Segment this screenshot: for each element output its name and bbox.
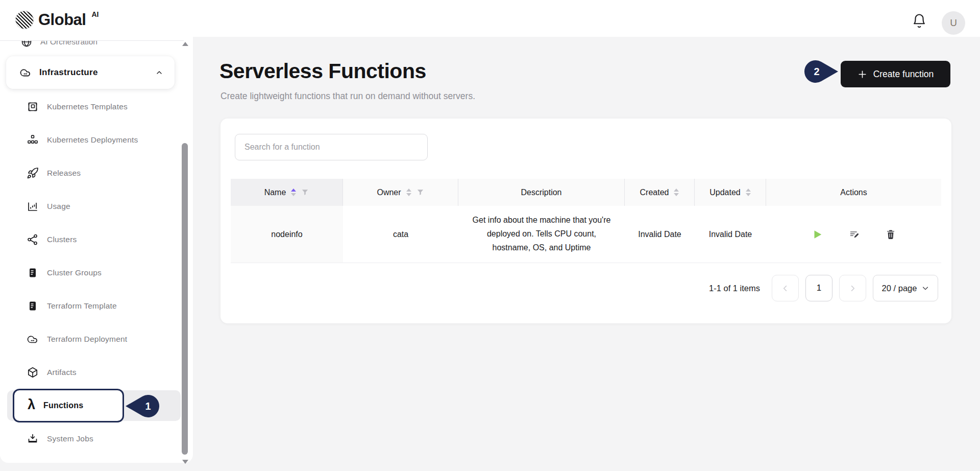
sort-carets [674, 189, 679, 196]
sidebar-item-label: Releases [47, 169, 81, 178]
sidebar-item-artifacts[interactable]: Artifacts [0, 356, 179, 389]
sort-ascending-icon[interactable] [674, 189, 679, 192]
create-function-label: Create function [873, 69, 934, 80]
page-number: 1 [817, 283, 821, 293]
sidebar-item-label: Cluster Groups [47, 268, 102, 277]
column-header-label: Updated [709, 188, 741, 197]
sort-descending-icon[interactable] [406, 193, 411, 196]
page-size-select[interactable]: 20 / page [873, 275, 938, 301]
sort-ascending-icon[interactable] [746, 189, 751, 192]
cell-actions [766, 206, 941, 263]
cell-description: Get info about the machine that you're d… [458, 206, 625, 263]
sidebar-item-kubernetes-templates[interactable]: Kubernetes Templates [0, 90, 179, 123]
brand-logo-icon [15, 11, 34, 29]
avatar-initial: U [950, 17, 957, 29]
previous-page-button[interactable] [772, 275, 799, 301]
sort-carets [291, 189, 296, 196]
rocket-icon [27, 167, 39, 179]
column-header-label: Name [264, 188, 286, 197]
document-icon [27, 300, 39, 312]
lambda-icon: λ [28, 398, 35, 412]
search-input[interactable] [235, 134, 428, 160]
column-header-label: Owner [377, 188, 401, 197]
sort-ascending-icon[interactable] [291, 189, 296, 192]
column-header-label: Description [521, 188, 561, 197]
sidebar-item-label: Clusters [47, 235, 77, 244]
sidebar-item-system-jobs[interactable]: System Jobs [0, 422, 179, 455]
user-avatar[interactable]: U [942, 11, 965, 35]
sidebar-item-label: Usage [47, 202, 70, 211]
sidebar-scrollbar-thumb[interactable] [182, 143, 188, 455]
sidebar-item-label: Kubernetes Deployments [47, 135, 138, 145]
globe-icon [20, 41, 33, 48]
kubernetes-deployments-icon [27, 134, 39, 146]
sidebar-item-ai-orchestration-clipped[interactable]: AI Orchestration [0, 41, 184, 51]
sidebar-item-label: Artifacts [47, 368, 77, 377]
page-title: Serverless Functions [219, 59, 426, 83]
sidebar-item-label: Terraform Deployment [47, 335, 127, 344]
column-header-created[interactable]: Created [625, 179, 695, 206]
column-header-updated[interactable]: Updated [695, 179, 766, 206]
sidebar-item-label: Kubernetes Templates [47, 102, 128, 111]
sidebar-item-functions[interactable]: λ Functions [13, 389, 124, 422]
sidebar-item-label: Terraform Template [47, 301, 117, 311]
sort-carets [746, 189, 751, 196]
pagination-summary: 1-1 of 1 items [709, 284, 760, 293]
functions-table: Name Owner Description [231, 179, 941, 263]
sort-descending-icon[interactable] [674, 193, 679, 196]
brand-name-superscript: AI [91, 10, 99, 18]
annotation-number: 1 [137, 394, 159, 418]
system-jobs-icon [27, 433, 39, 445]
cell-created: Invalid Date [625, 206, 695, 263]
sidebar-item-label: Functions [43, 401, 83, 410]
column-header-actions: Actions [766, 179, 941, 206]
plus-icon [857, 69, 867, 79]
kubernetes-templates-icon [27, 101, 39, 113]
filter-icon[interactable] [416, 189, 424, 196]
functions-table-card: Name Owner Description [220, 119, 951, 323]
cell-updated: Invalid Date [695, 206, 766, 263]
column-header-owner[interactable]: Owner [343, 179, 458, 206]
sidebar-scroll-up-arrow[interactable] [182, 42, 188, 46]
delete-function-icon[interactable] [885, 229, 896, 240]
chevron-down-icon [922, 285, 929, 292]
sidebar-item-releases[interactable]: Releases [0, 157, 179, 190]
column-header-label: Actions [840, 188, 867, 197]
sidebar-item-terraform-deployment[interactable]: Terraform Deployment [0, 323, 179, 356]
sidebar-item-kubernetes-deployments[interactable]: Kubernetes Deployments [0, 124, 179, 156]
notifications-bell-icon[interactable] [912, 13, 927, 29]
sidebar-item-label: System Jobs [47, 434, 93, 443]
sidebar-item-terraform-template[interactable]: Terraform Template [0, 290, 179, 322]
create-function-button[interactable]: Create function [841, 61, 950, 87]
column-header-name[interactable]: Name [231, 179, 343, 206]
sidebar-section-infrastructure[interactable]: Infrastructure [6, 56, 175, 89]
annotation-step-1: 1 [125, 394, 159, 418]
annotation-step-2: 2 [804, 60, 839, 83]
sort-descending-icon[interactable] [746, 193, 751, 196]
column-header-description: Description [458, 179, 625, 206]
brand-name: Global [38, 11, 86, 29]
page-size-value: 20 / page [882, 284, 917, 293]
sort-ascending-icon[interactable] [406, 189, 411, 192]
table-row: nodeinfo cata Get info about the machine… [231, 206, 941, 263]
top-bar: Global AI U [0, 0, 980, 37]
sidebar-scroll-down-arrow[interactable] [182, 460, 188, 464]
app-window: Global AI U AI Orchestration [0, 0, 980, 471]
sidebar-item-clusters[interactable]: Clusters [0, 223, 179, 256]
sidebar-item-cluster-groups[interactable]: Cluster Groups [0, 256, 179, 289]
sidebar: AI Orchestration Infrastructure Kubernet… [0, 37, 193, 463]
chevron-up-icon[interactable] [155, 68, 163, 77]
edit-function-icon[interactable] [848, 229, 860, 240]
page-number-button[interactable]: 1 [805, 275, 832, 301]
run-function-icon[interactable] [812, 229, 823, 240]
filter-icon[interactable] [301, 189, 309, 196]
column-header-label: Created [640, 188, 669, 197]
sidebar-section-label: Infrastructure [39, 67, 98, 78]
cloud-icon [19, 66, 32, 79]
cell-owner: cata [343, 206, 458, 263]
next-page-button[interactable] [839, 275, 866, 301]
clusters-network-icon [27, 233, 39, 246]
cube-icon [27, 366, 39, 379]
sidebar-item-usage[interactable]: Usage [0, 190, 179, 223]
sort-descending-icon[interactable] [291, 193, 296, 196]
